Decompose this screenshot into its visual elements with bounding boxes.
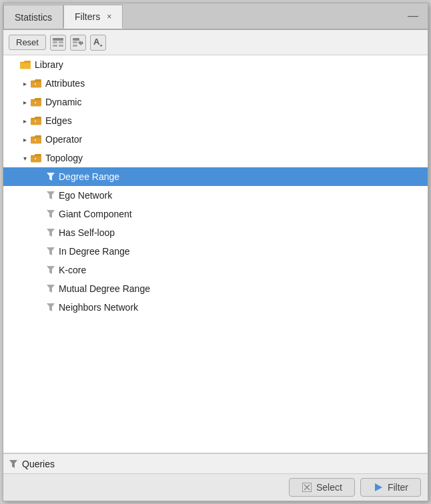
- in-degree-range-filter-icon: [46, 247, 55, 256]
- svg-rect-4: [59, 45, 63, 47]
- svg-rect-5: [73, 38, 79, 41]
- table-svg: [53, 38, 63, 47]
- svg-rect-7: [73, 45, 77, 47]
- tree-item-k-core[interactable]: K-core: [3, 261, 428, 279]
- tree-item-edges[interactable]: Edges: [3, 111, 428, 130]
- operator-label: Operator: [45, 134, 82, 145]
- select-label: Select: [316, 482, 342, 493]
- svg-rect-3: [53, 45, 57, 47]
- neighbors-network-filter-icon: [46, 303, 55, 312]
- tree-item-giant-component[interactable]: Giant Component: [3, 205, 428, 223]
- svg-rect-6: [73, 41, 77, 43]
- tab-bar: Statistics Filters × —: [3, 3, 428, 30]
- font-size-icon[interactable]: A+: [90, 35, 106, 51]
- degree-range-filter-icon: [46, 172, 55, 181]
- degree-range-label: Degree Range: [59, 171, 119, 182]
- tree-area[interactable]: Library Attributes: [3, 55, 428, 453]
- has-self-loop-label: Has Self-loop: [59, 227, 115, 238]
- ego-network-filter-icon: [46, 191, 55, 200]
- tab-statistics[interactable]: Statistics: [3, 5, 63, 29]
- select-icon: [302, 482, 312, 493]
- giant-component-filter-icon: [46, 209, 55, 219]
- tab-filters[interactable]: Filters ×: [63, 5, 123, 29]
- library-folder-icon: [19, 60, 31, 69]
- filter-button[interactable]: Filter: [360, 478, 421, 497]
- attributes-folder-icon: [30, 79, 42, 88]
- queries-label: Queries: [22, 459, 55, 469]
- tree-item-attributes[interactable]: Attributes: [3, 74, 428, 93]
- tree-item-operator[interactable]: Operator: [3, 130, 428, 149]
- k-core-label: K-core: [59, 265, 86, 275]
- tree-item-dynamic[interactable]: Dynamic: [3, 93, 428, 111]
- has-self-loop-filter-icon: [46, 228, 55, 237]
- minimize-button[interactable]: —: [401, 7, 425, 25]
- svg-rect-1: [53, 41, 57, 43]
- table-icon[interactable]: [50, 35, 66, 51]
- tab-filters-close[interactable]: ×: [107, 12, 111, 21]
- edges-folder-icon: [30, 116, 42, 125]
- queries-row[interactable]: Queries: [3, 453, 428, 473]
- ego-network-label: Ego Network: [59, 190, 112, 201]
- attributes-label: Attributes: [45, 78, 85, 89]
- select-button[interactable]: Select: [289, 478, 355, 497]
- filter-play-icon: [373, 482, 384, 493]
- tree-item-has-self-loop[interactable]: Has Self-loop: [3, 223, 428, 242]
- tree-item-library[interactable]: Library: [3, 55, 428, 74]
- svg-rect-2: [59, 41, 63, 43]
- tree-item-in-degree-range[interactable]: In Degree Range: [3, 242, 428, 261]
- table-edit-icon[interactable]: [70, 35, 86, 51]
- footer: Select Filter: [3, 473, 428, 501]
- topology-folder-icon: [30, 153, 42, 163]
- tree-item-ego-network[interactable]: Ego Network: [3, 186, 428, 205]
- dynamic-folder-icon: [30, 97, 42, 107]
- edges-chevron: [19, 115, 30, 126]
- tree-item-topology[interactable]: Topology: [3, 149, 428, 167]
- filter-label: Filter: [388, 482, 408, 493]
- edges-label: Edges: [45, 115, 72, 126]
- in-degree-range-label: In Degree Range: [59, 246, 130, 257]
- mutual-degree-range-label: Mutual Degree Range: [59, 283, 150, 294]
- main-window: Statistics Filters × — Reset: [3, 3, 428, 501]
- mutual-degree-range-filter-icon: [46, 284, 55, 293]
- reset-button[interactable]: Reset: [9, 35, 46, 50]
- topology-chevron: [19, 153, 30, 163]
- table-edit-svg: [73, 38, 83, 47]
- queries-filter-icon: [9, 459, 18, 469]
- font-size-symbol: A+: [93, 37, 103, 49]
- k-core-filter-icon: [46, 265, 55, 275]
- attributes-chevron: [19, 78, 30, 89]
- operator-chevron: [19, 134, 30, 145]
- library-label: Library: [35, 59, 63, 70]
- operator-folder-icon: [30, 135, 42, 144]
- tab-filters-label: Filters: [75, 11, 100, 22]
- topology-label: Topology: [45, 153, 83, 163]
- tree-item-mutual-degree-range[interactable]: Mutual Degree Range: [3, 279, 428, 298]
- tree-item-neighbors-network[interactable]: Neighbors Network: [3, 298, 428, 317]
- dynamic-label: Dynamic: [45, 97, 81, 107]
- neighbors-network-label: Neighbors Network: [59, 302, 138, 313]
- giant-component-label: Giant Component: [59, 209, 132, 219]
- tree-item-degree-range[interactable]: Degree Range: [3, 167, 428, 186]
- toolbar: Reset A+: [3, 30, 428, 55]
- tab-statistics-label: Statistics: [15, 12, 52, 23]
- svg-rect-0: [53, 38, 63, 41]
- svg-marker-12: [375, 483, 382, 491]
- dynamic-chevron: [19, 97, 30, 107]
